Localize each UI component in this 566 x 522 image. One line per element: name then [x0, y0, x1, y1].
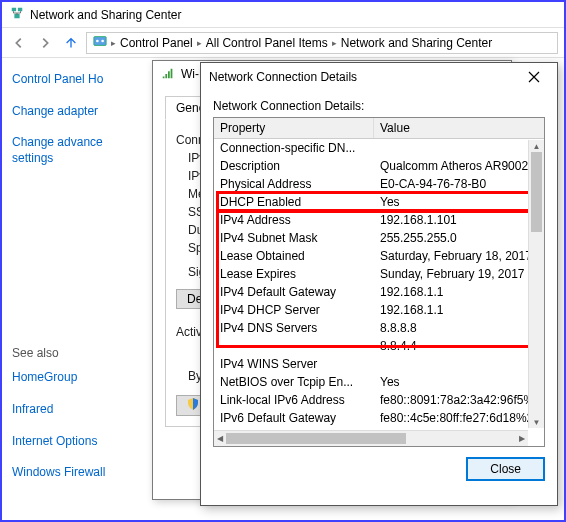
property-cell: IPv4 Address — [214, 212, 374, 228]
sidebar-link-advanced-settings[interactable]: Change advance settings — [12, 135, 142, 166]
value-cell: Saturday, February 18, 2017 9:05:29 I — [374, 248, 544, 264]
sidebar-link-homegroup[interactable]: HomeGroup — [12, 370, 142, 386]
svg-rect-3 — [94, 37, 106, 46]
sidebar-link-cp-home[interactable]: Control Panel Ho — [12, 72, 142, 88]
table-row[interactable]: Link-local IPv6 Addressfe80::8091:78a2:3… — [214, 391, 544, 409]
close-button[interactable]: Close — [466, 457, 545, 481]
svg-rect-1 — [18, 8, 22, 12]
value-cell: Qualcomm Atheros AR9002WB-1NG — [374, 158, 544, 174]
crumb-all-items[interactable]: All Control Panel Items — [206, 36, 328, 50]
value-cell — [374, 140, 544, 156]
up-button[interactable] — [60, 32, 82, 54]
property-cell: Lease Obtained — [214, 248, 374, 264]
table-row[interactable]: IPv4 Subnet Mask255.255.255.0 — [214, 229, 544, 247]
scrollbar-thumb[interactable] — [226, 433, 406, 444]
sidebar-link-change-adapter[interactable]: Change adapter — [12, 104, 142, 120]
svg-point-5 — [101, 40, 104, 43]
property-cell: Link-local IPv6 Address — [214, 392, 374, 408]
property-cell: Description — [214, 158, 374, 174]
svg-point-4 — [96, 40, 99, 43]
wifi-icon — [161, 66, 175, 83]
table-row[interactable]: IPv4 Default Gateway192.168.1.1 — [214, 283, 544, 301]
window-title: Network and Sharing Center — [30, 8, 181, 22]
value-cell: Sunday, February 19, 2017 9:05:29 P — [374, 266, 544, 282]
property-cell: Connection-specific DN... — [214, 140, 374, 156]
window-titlebar: Network and Sharing Center — [2, 2, 564, 28]
scroll-up-icon[interactable]: ▲ — [529, 140, 544, 152]
property-cell: IPv4 Default Gateway — [214, 284, 374, 300]
value-cell: 192.168.1.1 — [374, 284, 544, 300]
table-row[interactable]: DHCP EnabledYes — [214, 193, 544, 211]
table-row[interactable]: NetBIOS over Tcpip En...Yes — [214, 373, 544, 391]
table-row[interactable]: IPv4 DHCP Server192.168.1.1 — [214, 301, 544, 319]
forward-button[interactable] — [34, 32, 56, 54]
table-row[interactable]: IPv4 DNS Servers8.8.8.8 — [214, 319, 544, 337]
scrollbar-thumb[interactable] — [531, 152, 542, 232]
table-row[interactable]: DescriptionQualcomm Atheros AR9002WB-1NG — [214, 157, 544, 175]
table-row[interactable]: Physical AddressE0-CA-94-76-78-B0 — [214, 175, 544, 193]
network-details-dialog: Network Connection Details Network Conne… — [200, 62, 558, 506]
chevron-right-icon: ▸ — [332, 38, 337, 48]
value-cell: E0-CA-94-76-78-B0 — [374, 176, 544, 192]
column-property[interactable]: Property — [214, 118, 374, 138]
svg-rect-0 — [12, 8, 16, 12]
control-panel-icon — [93, 34, 107, 51]
sidebar: Control Panel Ho Change adapter Change a… — [2, 58, 152, 520]
table-row[interactable]: Lease ExpiresSunday, February 19, 2017 9… — [214, 265, 544, 283]
value-cell: 192.168.1.1 — [374, 302, 544, 318]
see-also-label: See also — [12, 346, 142, 360]
value-cell: 192.168.1.101 — [374, 212, 544, 228]
details-grid: Property Value Connection-specific DN...… — [213, 117, 545, 447]
back-button[interactable] — [8, 32, 30, 54]
breadcrumb[interactable]: ▸ Control Panel ▸ All Control Panel Item… — [86, 32, 558, 54]
value-cell: fe80::4c5e:80ff:fe27:6d18%20 — [374, 410, 544, 426]
sidebar-link-internet-options[interactable]: Internet Options — [12, 434, 142, 450]
sidebar-link-infrared[interactable]: Infrared — [12, 402, 142, 418]
scroll-down-icon[interactable]: ▼ — [529, 416, 544, 428]
chevron-right-icon: ▸ — [111, 38, 116, 48]
value-cell: fe80::8091:78a2:3a42:96f5%20 — [374, 392, 544, 408]
column-value[interactable]: Value — [374, 118, 544, 138]
sidebar-link-windows-firewall[interactable]: Windows Firewall — [12, 465, 142, 481]
close-icon[interactable] — [519, 67, 549, 87]
scroll-left-icon[interactable]: ◀ — [214, 431, 226, 446]
scroll-right-icon[interactable]: ▶ — [516, 431, 528, 446]
details-dialog-title: Network Connection Details — [209, 70, 357, 84]
shield-icon — [187, 398, 199, 413]
details-titlebar[interactable]: Network Connection Details — [201, 63, 557, 91]
property-cell: IPv4 WINS Server — [214, 356, 374, 372]
details-label: Network Connection Details: — [213, 99, 545, 113]
vertical-scrollbar[interactable]: ▲ ▼ — [528, 140, 544, 428]
network-icon — [10, 6, 24, 23]
value-cell: 8.8.8.8 — [374, 320, 544, 336]
value-cell: 8.8.4.4 — [374, 338, 544, 354]
property-cell: NetBIOS over Tcpip En... — [214, 374, 374, 390]
table-row[interactable]: IPv4 Address192.168.1.101 — [214, 211, 544, 229]
nav-bar: ▸ Control Panel ▸ All Control Panel Item… — [2, 28, 564, 58]
value-cell — [374, 356, 544, 372]
property-cell: IPv4 Subnet Mask — [214, 230, 374, 246]
table-row[interactable]: 8.8.4.4 — [214, 337, 544, 355]
property-cell: IPv6 Default Gateway — [214, 410, 374, 426]
property-cell — [214, 338, 374, 354]
chevron-right-icon: ▸ — [197, 38, 202, 48]
property-cell: DHCP Enabled — [214, 194, 374, 210]
property-cell: Physical Address — [214, 176, 374, 192]
crumb-network-sharing[interactable]: Network and Sharing Center — [341, 36, 492, 50]
horizontal-scrollbar[interactable]: ◀ ▶ — [214, 430, 528, 446]
property-cell: Lease Expires — [214, 266, 374, 282]
value-cell: Yes — [374, 374, 544, 390]
table-row[interactable]: Lease ObtainedSaturday, February 18, 201… — [214, 247, 544, 265]
value-cell: Yes — [374, 194, 544, 210]
property-cell: IPv4 DNS Servers — [214, 320, 374, 336]
table-row[interactable]: IPv4 WINS Server — [214, 355, 544, 373]
value-cell: 255.255.255.0 — [374, 230, 544, 246]
table-row[interactable]: Connection-specific DN... — [214, 139, 544, 157]
table-row[interactable]: IPv6 Default Gatewayfe80::4c5e:80ff:fe27… — [214, 409, 544, 427]
crumb-control-panel[interactable]: Control Panel — [120, 36, 193, 50]
property-cell: IPv4 DHCP Server — [214, 302, 374, 318]
